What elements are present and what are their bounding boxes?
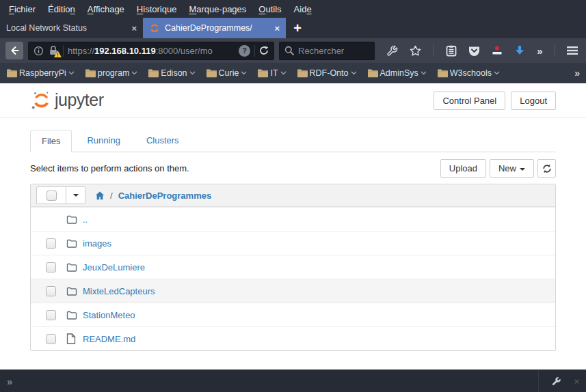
refresh-button[interactable] (537, 159, 556, 178)
back-button[interactable] (5, 42, 23, 59)
url-bar[interactable]: https://192.168.10.119:8000/user/mo ? (28, 42, 274, 60)
menubar-item[interactable]: Outils (252, 1, 287, 17)
browser-tab[interactable]: CahierDeProgrammes/ × (143, 18, 286, 38)
tab-close-icon[interactable]: × (274, 23, 280, 33)
wrench-icon[interactable] (386, 45, 398, 57)
folder-icon (6, 68, 17, 78)
overflow-menu-icon[interactable]: » (537, 45, 542, 57)
select-all-group (36, 186, 85, 204)
bookmark-folder[interactable]: W3schools (437, 68, 500, 78)
search-bar[interactable]: Rechercher (279, 42, 375, 60)
bookmark-folder[interactable]: RaspberryPi (6, 68, 75, 78)
row-checkbox[interactable] (46, 310, 56, 320)
caret-down-icon (520, 168, 525, 171)
chevron-down-icon (189, 71, 196, 75)
menubar-item[interactable]: Édition (42, 1, 81, 17)
url-text[interactable]: https://192.168.10.119:8000/user/mo (68, 46, 235, 56)
menu-icon[interactable] (567, 46, 578, 55)
new-button-label: New (498, 163, 516, 173)
file-row[interactable]: README.md (31, 326, 555, 350)
file-name-link[interactable]: README.md (83, 334, 135, 344)
menubar-item[interactable]: Marque-pages (183, 1, 252, 17)
row-checkbox-cell (46, 238, 66, 249)
logout-button[interactable]: Logout (511, 92, 556, 110)
file-row[interactable]: images (31, 231, 555, 255)
download-icon[interactable] (514, 45, 525, 56)
browser-tab[interactable]: Local Network Status × (0, 18, 143, 38)
devtoolbar-right: × (538, 370, 579, 392)
folder-icon (367, 68, 378, 78)
control-panel-button[interactable]: Control Panel (434, 92, 505, 110)
folder-icon (66, 238, 77, 249)
jupyter-actions: Upload New (440, 159, 556, 178)
new-tab-button[interactable]: + (286, 18, 309, 38)
file-row[interactable]: .. (31, 207, 555, 231)
file-name-link[interactable]: MixteLedCapteurs (83, 286, 155, 296)
warning-triangle-icon (54, 51, 62, 57)
tabs: Local Network Status × CahierDeProgramme… (0, 18, 286, 38)
chevron-down-icon (351, 71, 357, 75)
file-name-link[interactable]: .. (83, 214, 88, 225)
devtoolbar-close-icon[interactable]: × (574, 376, 579, 387)
bookmarks-overflow-icon[interactable]: » (574, 68, 580, 79)
library-icon[interactable] (446, 45, 457, 57)
menubar-item[interactable]: Affichage (81, 1, 131, 17)
help-badge-icon[interactable]: ? (239, 45, 250, 57)
row-checkbox[interactable] (46, 262, 56, 272)
breadcrumb-current[interactable]: CahierDeProgrammes (118, 191, 212, 201)
row-checkbox[interactable] (46, 334, 56, 344)
menubar-item[interactable]: Historique (131, 1, 183, 17)
search-placeholder: Rechercher (298, 46, 344, 56)
bookmark-label: Edison (161, 68, 187, 78)
file-list: / CahierDeProgrammes (30, 184, 556, 351)
file-name-link[interactable]: StationMeteo (83, 310, 135, 320)
bookmark-label: Curie (219, 68, 239, 78)
bookmark-folder[interactable]: RDF-Onto (297, 68, 357, 78)
bookmark-folder[interactable]: Edison (148, 68, 195, 78)
select-all-checkbox[interactable] (36, 186, 66, 204)
row-icon-cell (66, 286, 83, 296)
checkbox[interactable] (46, 191, 57, 201)
monitor-red-dot-icon[interactable] (492, 45, 503, 56)
row-checkbox-cell (46, 334, 66, 344)
file-list-header: / CahierDeProgrammes (31, 184, 555, 207)
bookmark-folder[interactable]: Curie (206, 68, 248, 78)
pocket-icon[interactable] (468, 45, 480, 57)
file-name-link[interactable]: JeuxDeLumiere (83, 262, 145, 272)
jupyter-toolbar: Select items to perform actions on them.… (30, 159, 556, 178)
file-row[interactable]: MixteLedCapteurs (31, 279, 555, 303)
devtoolbar-expand-icon[interactable]: » (7, 376, 12, 387)
chevron-down-icon (280, 71, 287, 75)
tab-strip: Local Network Status × CahierDeProgramme… (0, 18, 586, 38)
back-arrow-icon (10, 46, 19, 55)
bookmark-folder[interactable]: program (85, 68, 138, 78)
folder-icon (66, 286, 77, 296)
jupyter-tab[interactable]: Running (76, 130, 131, 152)
menubar-item[interactable]: Fichier (3, 1, 42, 17)
jupyter-logo[interactable]: jupyter (30, 89, 104, 111)
select-items-hint: Select items to perform actions on them. (30, 163, 189, 173)
row-checkbox[interactable] (46, 286, 56, 296)
bookmark-star-icon[interactable] (410, 45, 421, 57)
file-row[interactable]: JeuxDeLumiere (31, 255, 555, 279)
tab-close-icon[interactable]: × (131, 23, 137, 33)
select-dropdown-button[interactable] (66, 186, 85, 204)
row-checkbox[interactable] (46, 238, 56, 249)
upload-button[interactable]: Upload (440, 159, 486, 178)
insecure-lock-icon[interactable] (48, 45, 59, 56)
reload-icon[interactable] (259, 46, 269, 55)
chevron-down-icon (494, 71, 500, 75)
bookmark-folder[interactable]: AdminSys (367, 68, 427, 78)
bookmark-folder[interactable]: IT (257, 68, 286, 78)
folder-icon (66, 262, 77, 272)
file-row[interactable]: StationMeteo (31, 303, 555, 326)
info-icon[interactable] (34, 46, 44, 56)
devtoolbar-wrench-icon[interactable] (551, 376, 561, 387)
menubar-item[interactable]: Aide (288, 1, 318, 17)
new-dropdown-button[interactable]: New (490, 159, 534, 178)
jupyter-tab[interactable]: Clusters (135, 130, 190, 152)
home-icon[interactable] (95, 191, 105, 200)
breadcrumb: / CahierDeProgrammes (95, 191, 211, 201)
file-name-link[interactable]: images (83, 238, 111, 249)
jupyter-tab[interactable]: Files (30, 130, 72, 152)
